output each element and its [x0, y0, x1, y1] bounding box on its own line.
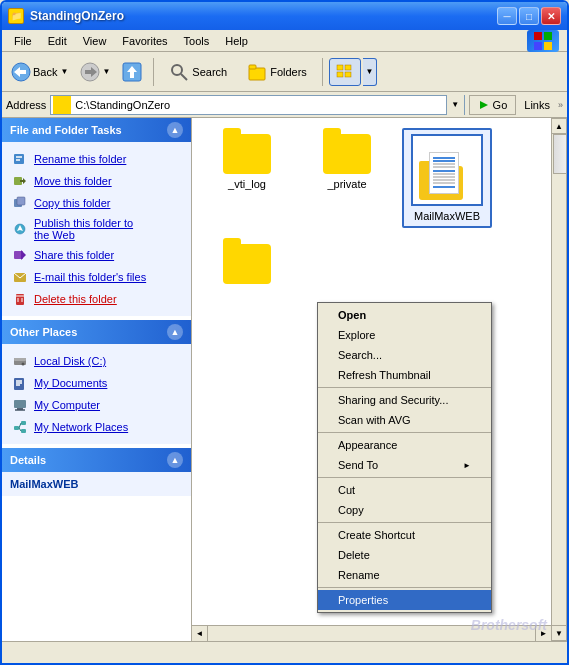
back-dropdown-icon[interactable]: ▼: [60, 67, 68, 76]
h-scroll-left-button[interactable]: ◄: [192, 626, 208, 642]
menu-bar: File Edit View Favorites Tools Help: [2, 30, 567, 52]
ctx-delete[interactable]: Delete: [318, 545, 491, 565]
h-scroll-right-button[interactable]: ►: [535, 626, 551, 642]
sidebar-item-email[interactable]: E-mail this folder's files: [10, 266, 183, 288]
view-dropdown-button[interactable]: ▼: [363, 58, 377, 86]
svg-rect-2: [534, 42, 542, 50]
scroll-up-button[interactable]: ▲: [551, 118, 567, 134]
menu-favorites[interactable]: Favorites: [114, 33, 175, 49]
back-button[interactable]: Back ▼: [6, 56, 73, 88]
address-folder-icon: [53, 96, 71, 114]
svg-rect-21: [14, 154, 24, 164]
ctx-create-shortcut[interactable]: Create Shortcut: [318, 525, 491, 545]
svg-rect-39: [14, 358, 26, 361]
details-collapse-icon[interactable]: ▲: [167, 452, 183, 468]
address-dropdown-button[interactable]: ▼: [446, 95, 464, 115]
my-documents-icon: [12, 375, 28, 391]
other-places-collapse-icon[interactable]: ▲: [167, 324, 183, 340]
rename-label: Rename this folder: [34, 153, 126, 165]
sidebar-item-move[interactable]: Move this folder: [10, 170, 183, 192]
links-button[interactable]: Links: [520, 99, 554, 111]
folder-item-private[interactable]: _private: [302, 128, 392, 228]
maximize-button[interactable]: □: [519, 7, 539, 25]
file-tasks-collapse-icon[interactable]: ▲: [167, 122, 183, 138]
menu-help[interactable]: Help: [217, 33, 256, 49]
go-button[interactable]: Go: [469, 95, 517, 115]
address-bar: Address C:\StandingOnZero ▼ Go Links »: [2, 92, 567, 118]
ctx-sharing-label: Sharing and Security...: [338, 394, 448, 406]
ctx-copy[interactable]: Copy: [318, 500, 491, 520]
toolbar-separator-2: [322, 58, 323, 86]
ctx-appearance[interactable]: Appearance: [318, 435, 491, 455]
menu-file[interactable]: File: [6, 33, 40, 49]
forward-dropdown-icon[interactable]: ▼: [102, 67, 110, 76]
svg-rect-17: [345, 72, 351, 77]
sidebar-item-share[interactable]: Share this folder: [10, 244, 183, 266]
folder-item-vti-log[interactable]: _vti_log: [202, 128, 292, 228]
svg-rect-53: [229, 139, 243, 145]
forward-icon: [80, 62, 100, 82]
ctx-appearance-label: Appearance: [338, 439, 397, 451]
svg-line-51: [19, 428, 21, 431]
ctx-explore[interactable]: Explore: [318, 325, 491, 345]
toolbar-separator-1: [153, 58, 154, 86]
file-tasks-section: File and Folder Tasks ▲ Rename this fold…: [2, 118, 191, 316]
svg-rect-1: [544, 32, 552, 40]
sidebar-item-network-places[interactable]: My Network Places: [10, 416, 183, 438]
ctx-scan-avg-label: Scan with AVG: [338, 414, 411, 426]
ctx-send-to[interactable]: Send To ►: [318, 455, 491, 475]
scroll-track: [551, 134, 567, 625]
ctx-search[interactable]: Search...: [318, 345, 491, 365]
file-tasks-title: File and Folder Tasks: [10, 124, 122, 136]
file-tasks-header[interactable]: File and Folder Tasks ▲: [2, 118, 191, 142]
horizontal-scrollbar: ◄ ►: [192, 625, 567, 641]
title-bar: 📁 StandingOnZero ─ □ ✕: [2, 2, 567, 30]
forward-button[interactable]: ▼: [75, 56, 115, 88]
up-button[interactable]: [117, 56, 147, 88]
sidebar-item-publish[interactable]: Publish this folder tothe Web: [10, 214, 183, 244]
ctx-open[interactable]: Open: [318, 305, 491, 325]
folder-item-mailmaxweb[interactable]: MailMaxWEB: [402, 128, 492, 228]
svg-rect-16: [337, 72, 343, 77]
details-header[interactable]: Details ▲: [2, 448, 191, 472]
view-button[interactable]: [329, 58, 361, 86]
folders-button[interactable]: Folders: [238, 56, 316, 88]
scroll-down-button[interactable]: ▼: [551, 625, 567, 641]
ctx-scan-avg[interactable]: Scan with AVG: [318, 410, 491, 430]
share-label: Share this folder: [34, 249, 114, 261]
go-arrow-icon: [478, 99, 490, 111]
svg-rect-13: [249, 65, 256, 69]
sidebar-item-copy[interactable]: Copy this folder: [10, 192, 183, 214]
search-icon: [169, 62, 189, 82]
sidebar-item-my-documents[interactable]: My Documents: [10, 372, 183, 394]
sidebar-item-local-disk[interactable]: Local Disk (C:): [10, 350, 183, 372]
minimize-button[interactable]: ─: [497, 7, 517, 25]
ctx-sharing[interactable]: Sharing and Security...: [318, 390, 491, 410]
other-places-section: Other Places ▲ Local Disk (C:): [2, 320, 191, 444]
close-button[interactable]: ✕: [541, 7, 561, 25]
move-label: Move this folder: [34, 175, 112, 187]
back-icon: [11, 62, 31, 82]
menu-view[interactable]: View: [75, 33, 115, 49]
other-places-header[interactable]: Other Places ▲: [2, 320, 191, 344]
my-documents-label: My Documents: [34, 377, 107, 389]
svg-rect-47: [14, 426, 19, 430]
svg-marker-20: [480, 101, 488, 109]
ctx-rename[interactable]: Rename: [318, 565, 491, 585]
left-panel: File and Folder Tasks ▲ Rename this fold…: [2, 118, 192, 641]
scroll-thumb[interactable]: [553, 134, 567, 174]
menu-tools[interactable]: Tools: [176, 33, 218, 49]
sidebar-item-my-computer[interactable]: My Computer: [10, 394, 183, 416]
folder-item-unnamed[interactable]: [202, 238, 292, 294]
email-label: E-mail this folder's files: [34, 271, 146, 283]
sidebar-item-rename[interactable]: Rename this folder: [10, 148, 183, 170]
ctx-refresh-thumb[interactable]: Refresh Thumbnail: [318, 365, 491, 385]
search-button[interactable]: Search: [160, 56, 236, 88]
menu-edit[interactable]: Edit: [40, 33, 75, 49]
ctx-properties[interactable]: Properties: [318, 590, 491, 610]
links-expand-icon[interactable]: »: [558, 100, 563, 110]
ctx-cut[interactable]: Cut: [318, 480, 491, 500]
svg-rect-49: [21, 429, 26, 433]
sidebar-item-delete[interactable]: Delete this folder: [10, 288, 183, 310]
ctx-rename-label: Rename: [338, 569, 380, 581]
